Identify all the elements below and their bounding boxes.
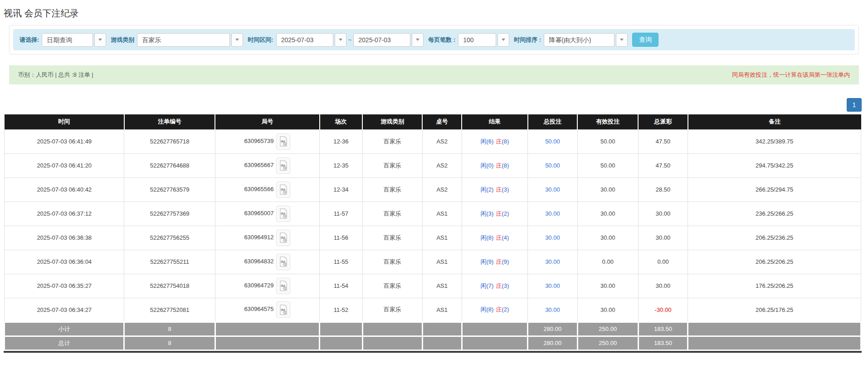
game-type-dropdown-button[interactable] [231,33,243,47]
cell-table-id: AS2 [422,153,462,178]
summary-label: 小计 [5,322,124,336]
date-to-dropdown-button[interactable] [412,33,424,47]
date-to-select[interactable]: 2025-07-03 [353,33,424,47]
page-size-select[interactable]: 100 [458,33,509,47]
table-bottom-bar [4,351,862,353]
result-banker-number: (3) [502,186,509,193]
date-from-select[interactable]: 2025-07-03 [276,33,346,47]
result-banker: 庄 [496,138,502,145]
cell-note: 294.75/342.25 [688,153,861,178]
video-replay-button[interactable] [276,254,290,270]
cell-game-type: 百家乐 [362,129,422,153]
result-banker: 庄 [496,306,502,313]
cell-payout: 30.00 [638,202,688,226]
summary-valid-bet: 250.00 [577,336,638,350]
cell-bet-id: 522627763579 [124,178,215,202]
video-replay-button[interactable] [276,206,290,222]
cell-valid-bet: 30.00 [577,298,638,322]
column-header: 总投注 [528,114,578,129]
column-header: 总派彩 [638,114,688,129]
cell-time: 2025-07-03 06:34:27 [5,298,124,322]
date-to-value[interactable]: 2025-07-03 [353,33,410,47]
cell-game-type: 百家乐 [362,153,422,178]
video-replay-button[interactable] [276,301,290,318]
video-replay-button[interactable] [276,278,290,294]
table-header: 时间注单编号局号场次游戏类别桌号结果总投注有效投注总派彩备注 [5,114,861,129]
total-bet-link[interactable]: 30.00 [545,258,560,265]
video-icon [279,184,288,195]
date-from-value[interactable]: 2025-07-03 [276,33,333,47]
video-replay-button[interactable] [276,133,290,150]
game-type-label: 游戏类别 [111,36,134,44]
total-bet-link[interactable]: 50.00 [545,138,560,145]
video-replay-button[interactable] [276,158,290,174]
total-bet-link[interactable]: 50.00 [545,162,560,169]
cell-note: 206.25/206.25 [688,250,861,274]
cell-result: 闲(2)庄(3) [462,178,527,202]
currency-total-text: 币别：人民币 | 总共 :8 注单 | [18,71,93,79]
cell-valid-bet: 0.00 [577,250,638,274]
time-sort-select[interactable]: 降幂(由大到小) [544,33,628,47]
query-type-dropdown-button[interactable] [94,33,106,47]
summary-empty-cell [362,322,422,336]
cell-payout: 28.50 [638,178,688,202]
cell-valid-bet: 50.00 [577,129,638,153]
total-bet-link[interactable]: 30.00 [545,306,560,313]
cell-table-id: AS1 [422,274,462,298]
summary-empty-cell [462,336,527,350]
summary-empty-cell [362,336,422,350]
summary-row: 总计 8 280.00 250.00 183.50 [5,336,861,350]
page-1-button[interactable]: 1 [847,98,862,112]
search-button[interactable]: 查询 [632,33,658,47]
cell-total-bet: 30.00 [528,298,578,322]
cell-game-type: 百家乐 [362,298,422,322]
summary-empty-cell [688,336,861,350]
page-size-dropdown-button[interactable] [497,33,509,47]
table-row: 2025-07-03 06:40:42 522627763579 6309655… [5,178,861,202]
video-replay-button[interactable] [276,182,290,198]
cell-round-id: 630964729 [215,274,319,298]
round-number: 630964912 [244,234,273,241]
total-bet-link[interactable]: 30.00 [545,282,560,289]
cell-table-id: AS1 [422,250,462,274]
column-header: 结果 [462,114,527,129]
table-row: 2025-07-03 06:36:04 522627755211 6309648… [5,250,861,274]
date-from-dropdown-button[interactable] [335,33,346,47]
query-type-value[interactable]: 日期查询 [42,33,93,47]
total-bet-link[interactable]: 30.00 [545,234,560,241]
time-sort-dropdown-button[interactable] [616,33,628,47]
cell-total-bet: 50.00 [528,153,578,178]
summary-payout: 183.50 [638,322,688,336]
cell-round-id: 630965007 [215,202,319,226]
cell-bet-id: 522627757369 [124,202,215,226]
game-type-select[interactable]: 百家乐 [137,33,243,47]
time-sort-value[interactable]: 降幂(由大到小) [544,33,614,47]
summary-empty-cell [320,336,362,350]
result-banker: 庄 [496,282,502,289]
total-bet-link[interactable]: 30.00 [545,186,560,193]
bet-records-table: 时间注单编号局号场次游戏类别桌号结果总投注有效投注总派彩备注 2025-07-0… [4,114,862,351]
total-bet-link[interactable]: 30.00 [545,210,560,217]
column-header: 时间 [5,114,124,129]
video-icon [279,160,288,171]
summary-empty-cell [215,336,319,350]
time-range-label: 时间区间: [248,36,273,44]
summary-total-bet: 280.00 [528,322,578,336]
page-size-value[interactable]: 100 [458,33,496,47]
cell-note: 206.25/176.25 [688,298,861,322]
cell-session: 11-57 [320,202,362,226]
summary-valid-bet: 250.00 [577,322,638,336]
query-type-select[interactable]: 日期查询 [42,33,106,47]
cell-bet-id: 522627764688 [124,153,215,178]
cell-total-bet: 30.00 [528,202,578,226]
video-replay-button[interactable] [276,230,290,246]
table-row: 2025-07-03 06:41:49 522627765718 6309657… [5,129,861,153]
cell-session: 11-56 [320,226,362,250]
game-type-value[interactable]: 百家乐 [137,33,230,47]
cell-round-id: 630964575 [215,298,319,322]
filter-panel: 请选择: 日期查询 游戏类别 百家乐 时间区间: 2025-07-03 ~ 20… [9,25,859,54]
pagination: 1 [0,98,862,112]
cell-session: 11-52 [320,298,362,322]
cell-payout: -30.00 [638,298,688,322]
column-header: 游戏类别 [362,114,422,129]
